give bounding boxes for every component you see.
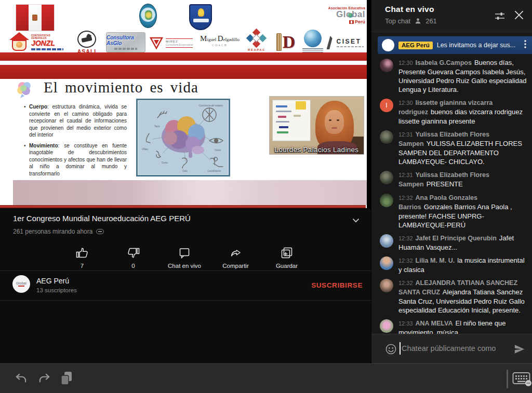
asali-logo: ASALI bbox=[72, 31, 102, 54]
ciset-logo: CISET bbox=[324, 32, 366, 53]
divider bbox=[0, 270, 371, 271]
house-icon bbox=[9, 31, 29, 52]
channel-name[interactable]: AEG Perú bbox=[36, 277, 69, 285]
swoosh-icon bbox=[327, 36, 335, 49]
pinned-author-badge: AEG Perú bbox=[398, 42, 433, 49]
figure-label: Conciencia del espacio bbox=[199, 104, 226, 107]
avatar[interactable] bbox=[380, 171, 393, 184]
person-icon bbox=[415, 18, 421, 24]
dislike-button[interactable]: 0 bbox=[110, 242, 157, 269]
video-meta-section: 1er Congreso Mundial Neuroeducación AEG … bbox=[0, 209, 371, 363]
avatar[interactable] bbox=[380, 59, 393, 72]
emoji-icon[interactable] bbox=[385, 343, 397, 357]
figure-label: Visión bbox=[215, 149, 221, 152]
speaker-face bbox=[325, 110, 344, 134]
asglo-logo: Consultora AsGlo bbox=[106, 32, 145, 52]
whiteboard bbox=[272, 100, 311, 141]
viewers-badge-icon bbox=[96, 229, 104, 234]
live-chat-panel: Chat en vivo Top chat 261 AEG Perú Les i… bbox=[371, 0, 532, 363]
speaker-caption: Lourdes Palacios Ladines bbox=[270, 146, 364, 154]
divider bbox=[0, 300, 371, 301]
pinned-message[interactable]: AEG Perú Les invitamos a dejar sus... bbox=[378, 36, 532, 54]
save-button[interactable]: Guardar bbox=[263, 242, 311, 269]
red-stripe-bottom bbox=[0, 65, 367, 79]
browser-bottom-toolbar bbox=[0, 363, 532, 393]
ld-column-logo: D bbox=[273, 30, 298, 55]
redo-icon[interactable] bbox=[37, 372, 51, 387]
chat-message: 12:32ALEJANDRA TATIANA SANCHEZ SANTA CRU… bbox=[380, 278, 528, 315]
chat-header: Chat en vivo Top chat 261 bbox=[371, 0, 532, 32]
figure-label: Coordinación bbox=[207, 170, 221, 172]
chat-message: 12:32Jafet El Principe QuerubinJafet Hua… bbox=[380, 234, 528, 252]
chat-message: l 12:30lissette gianinna vizcarra rodrig… bbox=[380, 98, 528, 126]
channel-avatar[interactable]: Global bbox=[12, 275, 30, 293]
neural-texture-band bbox=[13, 180, 367, 205]
chat-message: 12:31Yulissa Elizabeth Flores SampenYULI… bbox=[380, 130, 528, 166]
aeg-global-logo: Asociación Educativa Global Perú bbox=[325, 6, 365, 30]
viewer-count: 261 personas mirando ahora bbox=[13, 228, 104, 235]
video-title: 1er Congreso Mundial Neuroeducación AEG … bbox=[13, 214, 340, 223]
channel-subscribers: 13 suscriptores bbox=[36, 287, 77, 293]
presentation-slide: Asociación Educativa Global Perú CONTRAT… bbox=[0, 0, 367, 208]
subscribe-button[interactable]: SUSCRIBIRSE bbox=[311, 281, 363, 289]
handshake-icon bbox=[77, 31, 96, 48]
chat-input-row bbox=[371, 334, 532, 363]
pinwheel-icon bbox=[246, 30, 267, 47]
blue-globe-logo bbox=[300, 30, 325, 55]
figure-label: Olfato bbox=[142, 148, 148, 151]
chat-filter-icon[interactable] bbox=[494, 10, 506, 24]
more-options-icon[interactable] bbox=[522, 40, 529, 50]
avatar[interactable] bbox=[380, 234, 393, 248]
undo-icon[interactable] bbox=[15, 372, 28, 387]
like-button[interactable]: 7 bbox=[58, 242, 106, 269]
avatar[interactable] bbox=[380, 194, 393, 207]
slide-title: El movimiento es vida bbox=[44, 79, 198, 96]
chevron-down-icon[interactable] bbox=[350, 214, 362, 228]
avatar[interactable]: l bbox=[380, 99, 393, 112]
avatar[interactable] bbox=[380, 319, 393, 333]
figure-label: Tacto bbox=[154, 125, 160, 128]
chat-message: 12:32Ana Paola Gonzales BarriosGonzales … bbox=[380, 193, 528, 229]
pinned-avatar bbox=[382, 39, 394, 51]
jonzl-logo: CONTRATISTAS GENERALES JONZL bbox=[9, 31, 66, 53]
chat-mode-selector[interactable]: Top chat 261 bbox=[385, 17, 437, 25]
bullet-cuerpo: Cuerpo: estructura dinámica, vivida se c… bbox=[24, 103, 127, 139]
chat-message: 12:32Lilia M. M. U.la musica instrumenta… bbox=[380, 256, 528, 274]
slide-bullets: Cuerpo: estructura dinámica, vivida se c… bbox=[24, 103, 127, 181]
chat-text-input[interactable] bbox=[402, 342, 506, 355]
avatar[interactable] bbox=[380, 256, 393, 270]
action-bar: 7 0 Chat en vivo Compartir Guardar bbox=[58, 242, 311, 269]
reapac-logo: REAPAC bbox=[241, 30, 273, 55]
chat-close-icon[interactable] bbox=[512, 8, 526, 24]
chat-message: 12:33ANA MELVAEl niño tiene que movimien… bbox=[380, 319, 528, 334]
triangle-icon bbox=[150, 37, 163, 49]
blue-sphere-icon bbox=[304, 30, 322, 47]
brain-senses-figure: Conciencia del espacio Tacto Olfato Gust… bbox=[136, 99, 230, 177]
share-arrow-icon bbox=[230, 247, 242, 259]
university-crest-logo bbox=[139, 4, 157, 28]
school-shield-logo bbox=[189, 4, 212, 30]
share-button[interactable]: Compartir bbox=[212, 242, 260, 269]
bullet-movimiento: Movimiento: se constituye en fuente inag… bbox=[24, 142, 127, 178]
avatar[interactable] bbox=[380, 130, 393, 144]
pages-copy-icon[interactable] bbox=[59, 371, 74, 388]
peru-flag-logo bbox=[16, 4, 55, 31]
playlist-add-icon bbox=[281, 247, 293, 259]
miguel-delgadillo-logo: Miguel Delgadillo COACH bbox=[199, 34, 241, 52]
thumb-down-icon bbox=[127, 247, 140, 259]
video-player[interactable]: Asociación Educativa Global Perú CONTRAT… bbox=[0, 0, 371, 209]
chat-title: Chat en vivo bbox=[385, 5, 434, 14]
youtube-live-page: Asociación Educativa Global Perú CONTRAT… bbox=[0, 0, 532, 393]
avatar[interactable] bbox=[380, 279, 393, 292]
chat-viewer-count: 261 bbox=[425, 17, 437, 25]
speaker-webcam: Lourdes Palacios Ladines bbox=[269, 96, 364, 155]
figure-label: Gusto bbox=[162, 161, 168, 164]
live-chat-button[interactable]: Chat en vivo bbox=[161, 242, 208, 269]
text-cursor bbox=[400, 342, 401, 355]
red-stripe-top bbox=[0, 52, 367, 61]
keyboard-icon[interactable] bbox=[512, 371, 532, 389]
send-icon[interactable] bbox=[513, 343, 525, 357]
chat-bubble-icon bbox=[178, 247, 191, 259]
chat-message-list: 12:30Isabela G.CamposBuenos días, Presen… bbox=[371, 57, 532, 334]
slide-red-rule bbox=[0, 205, 366, 208]
